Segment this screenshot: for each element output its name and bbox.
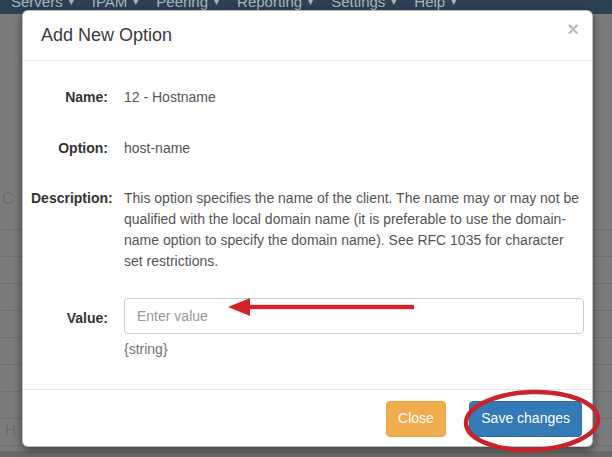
add-new-option-modal: Add New Option × Name: 12 - Hostname Opt…	[22, 10, 593, 447]
background-text-fragment: H	[5, 421, 16, 438]
option-label: Option:	[31, 138, 108, 159]
modal-footer: Close Save changes	[23, 389, 592, 446]
value-type-hint: {string}	[124, 341, 584, 357]
value-input[interactable]	[124, 298, 584, 334]
nav-item-help[interactable]: Help ▾	[405, 0, 465, 10]
nav-items: Servers ▾ IPAM ▾ Peering ▾ Reporting ▾ S…	[0, 0, 612, 10]
close-icon[interactable]: ×	[567, 19, 579, 39]
chevron-down-icon: ▾	[133, 0, 138, 7]
name-label: Name:	[31, 87, 108, 108]
name-value: 12 - Hostname	[124, 87, 216, 108]
nav-item-reporting[interactable]: Reporting ▾	[228, 0, 322, 10]
save-changes-button[interactable]: Save changes	[469, 401, 582, 437]
close-button[interactable]: Close	[386, 401, 446, 437]
chevron-down-icon: ▾	[214, 0, 219, 7]
nav-item-settings[interactable]: Settings ▾	[322, 0, 405, 10]
background-bottom-band	[0, 451, 612, 457]
chevron-down-icon: ▾	[391, 0, 396, 7]
screen: C H Servers ▾ IPAM ▾ Peering ▾ Reporting…	[0, 0, 612, 457]
modal-body: Name: 12 - Hostname Option: host-name De…	[23, 61, 592, 357]
modal-header: Add New Option ×	[23, 11, 592, 61]
nav-item-ipam[interactable]: IPAM ▾	[83, 0, 148, 10]
background-text-fragment: C	[2, 190, 14, 208]
nav-item-servers[interactable]: Servers ▾	[2, 0, 83, 10]
value-label: Value:	[31, 298, 108, 357]
description-label: Description:	[31, 188, 108, 272]
nav-item-peering[interactable]: Peering ▾	[147, 0, 228, 10]
chevron-down-icon: ▾	[69, 0, 74, 7]
chevron-down-icon: ▾	[451, 0, 456, 7]
value-input-wrap: {string}	[124, 298, 584, 357]
value-row: Value: {string}	[31, 298, 586, 357]
chevron-down-icon: ▾	[308, 0, 313, 7]
option-row: Option: host-name	[31, 138, 586, 159]
description-value: This option specifies the name of the cl…	[124, 188, 586, 272]
option-value: host-name	[124, 138, 190, 159]
description-row: Description: This option specifies the n…	[31, 188, 586, 272]
name-row: Name: 12 - Hostname	[31, 87, 586, 108]
modal-title: Add New Option	[41, 25, 172, 46]
